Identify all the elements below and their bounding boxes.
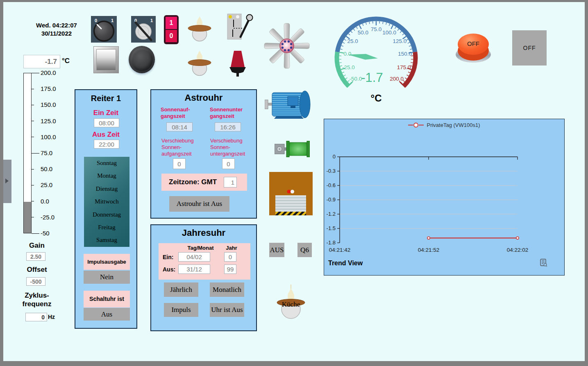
- bar-meter-tick-label: -50: [41, 230, 50, 237]
- weekday-item[interactable]: Dienstag: [84, 183, 129, 195]
- aus-zeit-input[interactable]: 22:00: [94, 140, 119, 149]
- gain-label: Gain: [16, 242, 57, 250]
- svg-text:-50.0: -50.0: [349, 76, 362, 82]
- uhr-ist-aus-button[interactable]: Uhr ist Aus: [210, 303, 244, 317]
- temperature-gauge: -50.0-25.00.025.050.075.0100.0125.0150.0…: [333, 15, 420, 102]
- clock-date: 30/11/2022: [20, 29, 93, 38]
- svg-text:-0.6: -0.6: [327, 182, 336, 188]
- astrouhr-panel: Astrouhr Sonnenauf- gangszeit Sonnenunte…: [150, 89, 257, 219]
- ein-row-label: Ein:: [163, 254, 173, 260]
- knife-switch-icon[interactable]: [226, 11, 255, 43]
- shift-sunrise-label: Verschiebung Sonnen- aufgangszeit: [161, 138, 206, 157]
- svg-text:-0.3: -0.3: [327, 168, 336, 174]
- cycle-frequency-input[interactable]: 0: [25, 313, 47, 321]
- svg-text:-1.8: -1.8: [327, 239, 336, 246]
- cycle-frequency-label: Zyklus- frequenz: [12, 291, 61, 308]
- aus-day-month-input[interactable]: 31/12: [178, 264, 210, 274]
- valve-icon: [275, 141, 310, 157]
- trend-panel: 0-0.3-0.6-0.9-1.2-1.5-1.804:21:4204:21:5…: [324, 119, 565, 276]
- cycle-frequency-unit: Hz: [48, 314, 55, 320]
- svg-text:0: 0: [333, 154, 336, 160]
- col-year-header: Jahr: [223, 245, 240, 251]
- astrouhr-title: Astrouhr: [151, 93, 256, 103]
- sunset-time-input[interactable]: 16:26: [215, 122, 241, 131]
- bar-meter-tick-label: 150.0: [41, 101, 56, 108]
- weekday-item[interactable]: Mittwoch: [84, 195, 129, 208]
- timezone-input[interactable]: 1: [224, 177, 237, 188]
- svg-text:04:21:52: 04:21:52: [418, 247, 440, 253]
- metal-button-icon[interactable]: [93, 46, 119, 73]
- aus-year-input[interactable]: 99: [224, 264, 236, 274]
- svg-text:125.0: 125.0: [393, 38, 407, 44]
- lamp-icon: [187, 16, 212, 42]
- ein-day-month-input[interactable]: 04/02: [178, 252, 210, 262]
- ein-year-input[interactable]: 0: [224, 252, 236, 262]
- rocker-switch[interactable]: 1 0: [164, 15, 179, 44]
- round-button-icon[interactable]: [129, 46, 155, 73]
- svg-text:-0.9: -0.9: [327, 197, 336, 203]
- gain-input[interactable]: 2.50: [26, 252, 45, 261]
- timezone-label: Zeitzone: GMT: [169, 178, 217, 186]
- bar-meter-tick-label: -25.0: [41, 214, 54, 221]
- col-day-month-header: Tag/Monat: [181, 245, 220, 251]
- clock-display: Wed. 04:22:07 30/11/2022: [20, 21, 93, 38]
- impulsausgabe-value-button[interactable]: Nein: [84, 271, 130, 284]
- svg-text:04:22:02: 04:22:02: [507, 247, 529, 253]
- weekday-item[interactable]: Freitag: [84, 221, 129, 234]
- arrow-right-icon: [5, 178, 9, 183]
- svg-text:50.0: 50.0: [358, 29, 368, 36]
- lever-one-label: 1: [150, 18, 153, 23]
- offset-input[interactable]: -500: [26, 277, 45, 286]
- shift-sunset-label: Verschiebung Sonnen- untergangszeit: [210, 138, 259, 157]
- schaltuhr-label: Schaltuhr ist: [84, 291, 130, 307]
- kueche-label: Küche: [276, 300, 306, 309]
- svg-text:0.0: 0.0: [343, 51, 351, 57]
- sunset-label: Sonnenunter gangszeit: [210, 106, 257, 120]
- rotary-a-one-label: 1: [111, 18, 114, 23]
- report-icon[interactable]: [539, 258, 548, 267]
- weekday-item[interactable]: Donnerstag: [84, 208, 129, 221]
- bar-meter-tick-label: 100.0: [41, 133, 56, 140]
- weekday-item[interactable]: Montag: [84, 169, 129, 182]
- bar-meter-tick-label: 200.0: [41, 69, 56, 76]
- jahresuhr-date-box: Tag/Monat Jahr Ein: 04/02 0 Aus: 31/12 9…: [159, 243, 250, 280]
- schaltuhr-value-button[interactable]: Aus: [84, 308, 130, 321]
- off-button-label: OFF: [456, 40, 491, 47]
- rocker-on-label[interactable]: 1: [166, 17, 177, 29]
- aus-device-button[interactable]: AUS: [269, 243, 284, 257]
- svg-text:75.0: 75.0: [371, 26, 381, 32]
- aus-row-label: Aus:: [163, 266, 175, 273]
- bar-meter-tick-label: 175.0: [41, 85, 56, 92]
- impuls-button[interactable]: Impuls: [164, 303, 198, 317]
- shift-sunrise-input[interactable]: 0: [173, 158, 186, 169]
- temperature-unit: °C: [62, 57, 70, 65]
- bar-meter-track: [23, 73, 32, 233]
- weekday-list: Sonntag Montag Dienstag Mittwoch Donners…: [84, 157, 129, 247]
- side-panel-tab[interactable]: [3, 160, 11, 203]
- trend-legend-label: PrivateTag (VW100s1): [427, 122, 480, 128]
- motor-icon: [265, 90, 312, 120]
- bar-meter-tick-label: 25.0: [41, 181, 52, 188]
- sunrise-time-input[interactable]: 08:14: [166, 122, 193, 131]
- clock-time: Wed. 04:22:07: [20, 21, 93, 29]
- trend-view-title: Trend View: [328, 260, 363, 267]
- bar-meter-tick-label: 0.0: [41, 198, 49, 205]
- weekday-item[interactable]: Sonntag: [84, 157, 129, 169]
- off-square-button[interactable]: OFF: [512, 30, 547, 66]
- temperature-readout: -1.7: [23, 55, 60, 68]
- svg-text:-1.7: -1.7: [361, 70, 383, 85]
- kueche-lamp: Küche: [276, 283, 306, 323]
- astrouhr-status-button[interactable]: Astrouhr ist Aus: [169, 196, 229, 212]
- ein-zeit-input[interactable]: 08:00: [94, 118, 119, 127]
- svg-text:25.0: 25.0: [347, 38, 358, 44]
- weekday-item[interactable]: Samstag: [84, 234, 129, 246]
- q6-device-button[interactable]: Q6: [297, 243, 312, 257]
- lever-switch[interactable]: 0 1: [131, 16, 156, 43]
- svg-text:-1.5: -1.5: [327, 225, 336, 231]
- rocker-off-label[interactable]: 0: [166, 30, 177, 42]
- monatlich-button[interactable]: Monatlich: [210, 282, 244, 297]
- off-push-button[interactable]: OFF: [456, 34, 491, 63]
- jaehrlich-button[interactable]: Jährlich: [164, 282, 198, 297]
- rotary-switch-a[interactable]: 0 1: [91, 16, 117, 43]
- shift-sunset-input[interactable]: 0: [222, 158, 235, 169]
